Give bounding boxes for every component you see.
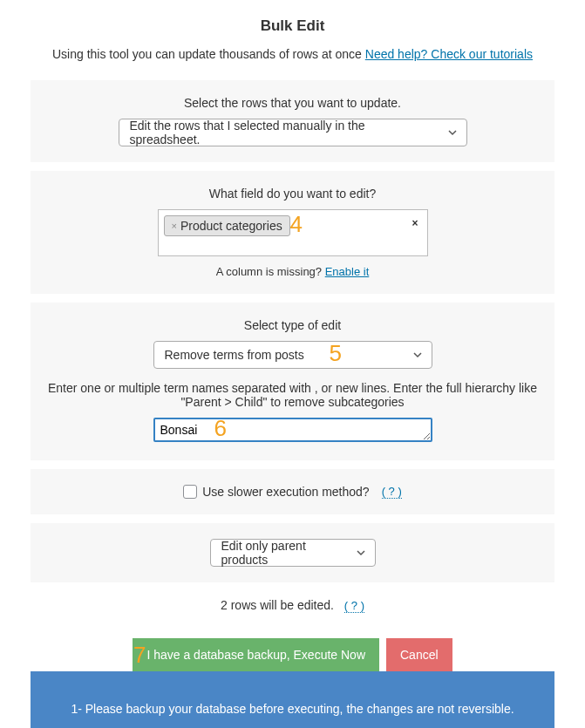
enable-column-link[interactable]: Enable it bbox=[325, 265, 370, 278]
notice-line-1: 1- Please backup your database before ex… bbox=[48, 696, 537, 723]
chip-remove-icon[interactable]: × bbox=[172, 221, 177, 231]
notice-line-2: 2- Make sure the bulk edit settings are … bbox=[48, 723, 537, 728]
missing-column-row: A column is missing? Enable it bbox=[41, 265, 544, 278]
edit-type-dropdown[interactable]: Remove terms from posts bbox=[153, 341, 432, 369]
action-panel: 7 I have a database backup, Execute Now … bbox=[31, 623, 554, 728]
slower-execution-help[interactable]: ( ? ) bbox=[382, 485, 402, 499]
rows-edited-summary: 2 rows will be edited. ( ? ) bbox=[31, 591, 554, 623]
rows-select-label: Select the rows that you want to update. bbox=[41, 96, 544, 110]
slower-execution-label: Use slower execution method? bbox=[202, 485, 369, 499]
missing-column-text: A column is missing? bbox=[216, 265, 325, 278]
chevron-down-icon bbox=[356, 548, 366, 558]
field-select-panel: What field do you want to edit? × Produc… bbox=[31, 171, 554, 294]
slower-execution-checkbox[interactable] bbox=[183, 485, 197, 499]
rows-select-dropdown[interactable]: Edit the rows that I selected manually i… bbox=[119, 119, 467, 146]
cancel-button[interactable]: Cancel bbox=[386, 638, 452, 671]
edit-type-label: Select type of edit bbox=[41, 318, 544, 332]
edit-type-instructions: Enter one or multiple term names separat… bbox=[41, 381, 544, 409]
page-title: Bulk Edit bbox=[31, 17, 554, 35]
subtitle-text: Using this tool you can update thousands… bbox=[52, 47, 365, 61]
chevron-down-icon bbox=[447, 127, 458, 138]
scope-value: Edit only parent products bbox=[221, 539, 344, 567]
clear-field-icon[interactable]: × bbox=[412, 217, 418, 229]
scope-panel: Edit only parent products bbox=[31, 523, 554, 582]
field-multiselect[interactable]: × Product categories × bbox=[158, 209, 428, 256]
field-chip: × Product categories bbox=[164, 215, 290, 236]
slower-execution-panel: Use slower execution method? ( ? ) bbox=[31, 469, 554, 514]
execute-button[interactable]: I have a database backup, Execute Now bbox=[133, 638, 379, 671]
tutorials-link[interactable]: Need help? Check our tutorials bbox=[365, 47, 533, 61]
term-names-input[interactable] bbox=[153, 418, 432, 442]
chevron-down-icon bbox=[412, 350, 423, 360]
edit-type-panel: Select type of edit Remove terms from po… bbox=[31, 303, 554, 460]
scope-dropdown[interactable]: Edit only parent products bbox=[210, 539, 376, 567]
chip-label: Product categories bbox=[180, 219, 282, 233]
page-subtitle: Using this tool you can update thousands… bbox=[31, 47, 554, 61]
field-select-label: What field do you want to edit? bbox=[41, 187, 544, 201]
rows-edited-help[interactable]: ( ? ) bbox=[344, 599, 364, 613]
edit-type-value: Remove terms from posts bbox=[165, 348, 400, 362]
rows-select-panel: Select the rows that you want to update.… bbox=[31, 80, 554, 162]
warning-notice: 1- Please backup your database before ex… bbox=[31, 671, 554, 728]
rows-edited-text: 2 rows will be edited. bbox=[221, 598, 334, 612]
rows-select-value: Edit the rows that I selected manually i… bbox=[130, 119, 435, 146]
